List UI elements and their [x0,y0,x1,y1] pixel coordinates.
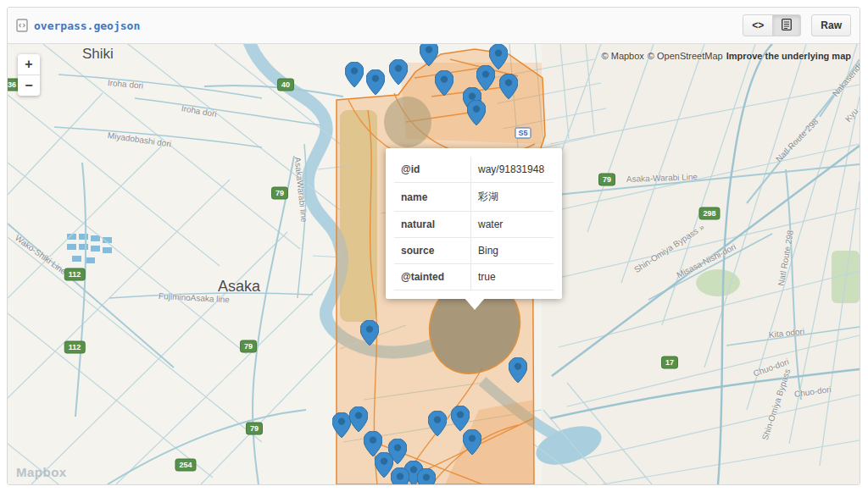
map-marker[interactable] [366,69,385,95]
view-toggle-group: <> [743,14,801,36]
popup-key: @tainted [394,264,471,290]
map-marker[interactable] [499,74,518,99]
popup-key: natural [394,212,471,238]
popup-value: way/91831948 [471,157,554,183]
osm-attribution-link[interactable]: © OpenStreetMap [648,51,723,61]
map-marker[interactable] [349,406,368,432]
file-code-icon [16,19,28,32]
map-marker[interactable] [467,100,486,125]
map-marker[interactable] [463,429,481,455]
popup-row: sourceBing [394,238,554,264]
file-name-link[interactable]: overpass.geojson [34,19,140,32]
popup-value: true [471,264,554,290]
map-marker[interactable] [345,62,364,87]
map[interactable]: ShikiAsakaIroha doriIroha doriMiyadobash… [8,44,860,484]
map-marker[interactable] [332,412,351,438]
map-marker[interactable] [360,320,379,346]
popup-key: name [394,183,471,212]
zoom-control: + − [18,54,40,96]
popup-value: 彩湖 [471,183,554,212]
map-marker[interactable] [509,357,527,383]
rendered-view-button[interactable] [772,14,801,36]
mapbox-logo[interactable]: Mapbox [16,465,67,479]
source-view-button[interactable]: <> [743,14,773,36]
feature-popup: @idway/91831948name彩湖naturalwatersourceB… [386,148,562,299]
zoom-out-button[interactable]: − [18,75,40,96]
improve-map-link[interactable]: Improve the underlying map [726,51,851,61]
map-marker[interactable] [435,70,453,96]
popup-row: @taintedtrue [394,264,554,290]
popup-key: source [394,238,471,264]
file-text-icon [782,19,792,33]
mapbox-attribution-link[interactable]: © Mapbox [602,51,644,61]
map-marker[interactable] [389,59,408,85]
popup-value: water [471,212,554,238]
map-marker[interactable] [428,411,447,436]
popup-value: Bing [471,238,554,264]
popup-table-body: @idway/91831948name彩湖naturalwatersourceB… [394,157,554,290]
map-marker[interactable] [451,406,470,431]
popup-row: naturalwater [394,212,554,238]
file-viewer: overpass.geojson <> Raw [7,7,860,485]
map-attribution: © Mapbox© OpenStreetMapImprove the under… [598,51,851,61]
popup-row: name彩湖 [394,183,554,212]
map-marker[interactable] [420,44,438,66]
popup-table: @idway/91831948name彩湖naturalwatersourceB… [394,157,554,290]
file-header: overpass.geojson <> Raw [8,8,860,44]
map-marker[interactable] [489,44,508,69]
raw-button[interactable]: Raw [811,14,851,36]
map-marker[interactable] [391,467,409,484]
code-icon: <> [752,19,764,31]
map-marker[interactable] [417,468,436,484]
popup-row: @idway/91831948 [394,157,554,183]
popup-key: @id [394,157,471,183]
zoom-in-button[interactable]: + [18,54,40,75]
